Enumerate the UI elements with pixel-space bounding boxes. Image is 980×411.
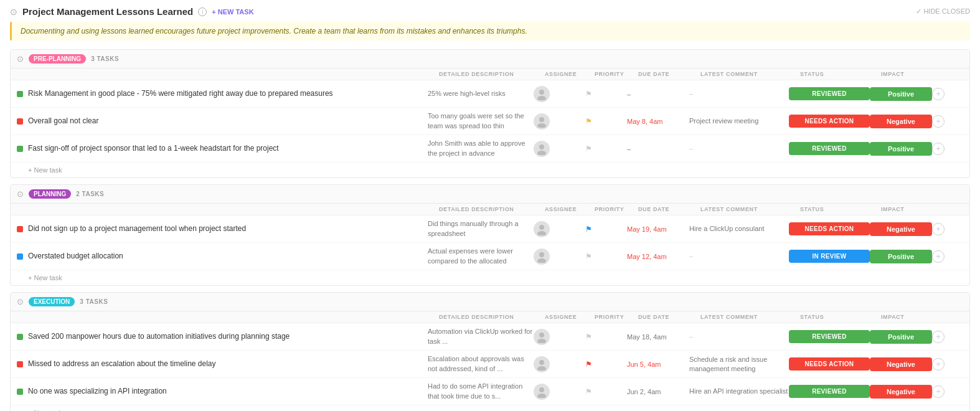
new-task-link[interactable]: + New task [11,270,969,285]
priority-flag: ⚑ [583,332,593,342]
task-name: Risk Management in good place - 75% were… [28,89,333,99]
task-name: Saved 200 manpower hours due to automati… [28,332,290,342]
impact-button[interactable]: Positive [870,142,932,156]
impact-button[interactable]: Positive [870,330,932,344]
task-dot [17,146,23,152]
new-task-link[interactable]: + New task [11,163,969,177]
col-latest-comment: LATEST COMMENT [700,314,800,320]
add-cell: + [932,88,951,100]
impact-button[interactable]: Positive [870,87,932,101]
col-assignee: ASSIGNEE [545,314,595,320]
status-button[interactable]: NEEDS ACTION [789,115,870,128]
add-button[interactable]: + [932,115,945,128]
status-button[interactable]: NEEDS ACTION [789,222,870,235]
task-name-cell: Missed to address an escalation about th… [17,356,428,373]
add-button[interactable]: + [932,223,945,235]
task-dot [17,226,23,232]
col-status: STATUS [800,206,881,212]
section-collapse-preplanning[interactable]: ⊙ [17,54,24,64]
task-dot [17,253,23,260]
add-button[interactable]: + [932,358,945,371]
page-title: Project Management Lessons Learned [22,6,193,17]
latest-comment: – [689,144,789,153]
impact-button[interactable]: Negative [870,222,932,236]
status-button[interactable]: REVIEWED [789,385,870,398]
status-cell: IN REVIEW [789,250,870,263]
col-priority: PRIORITY [595,71,638,77]
latest-comment: – [689,252,789,260]
section-collapse-execution[interactable]: ⊙ [17,297,24,306]
col-headers-preplanning: DETAILED DESCRIPTION ASSIGNEE PRIORITY D… [11,68,969,80]
latest-comment: Schedule a risk and issue management mee… [689,355,789,373]
impact-button[interactable]: Positive [870,250,932,263]
col-add [943,71,962,77]
due-date: – [627,145,689,153]
due-date: May 19, 4am [627,225,689,233]
task-name-cell: Saved 200 manpower hours due to automati… [17,328,428,346]
collapse-icon[interactable]: ⊙ [10,7,17,17]
table-row: Missed to address an escalation about th… [11,351,969,378]
assignee-cell [534,113,583,130]
latest-comment: Project review meeting [689,116,789,125]
due-date: Jun 2, 4am [627,388,689,395]
assignee-cell [534,329,583,345]
status-button[interactable]: NEEDS ACTION [789,357,870,371]
task-description: Did things manually through a spreadshee… [428,219,534,239]
header-left: ⊙ Project Management Lessons Learned i +… [10,6,254,17]
col-due-date: DUE DATE [638,71,700,77]
task-dot [17,389,23,395]
status-button[interactable]: REVIEWED [789,142,870,155]
impact-cell: Positive [870,142,932,156]
section-collapse-planning[interactable]: ⊙ [17,189,24,199]
info-icon[interactable]: i [198,7,207,16]
hide-closed-button[interactable]: ✓ HIDE CLOSED [916,7,970,16]
add-button[interactable]: + [932,88,945,100]
page-header: ⊙ Project Management Lessons Learned i +… [10,6,970,17]
new-task-link[interactable]: + New task [11,405,969,411]
add-button[interactable]: + [932,385,945,398]
table-row: Fast sign-off of project sponsor that le… [11,135,969,163]
section-header-planning: ⊙ PLANNING 2 TASKS [11,185,969,204]
status-cell: NEEDS ACTION [789,115,870,128]
col-task [28,71,439,77]
task-dot [17,91,23,97]
impact-cell: Positive [870,250,932,263]
svg-point-14 [539,387,544,392]
impact-cell: Negative [870,115,932,128]
priority-flag: ⚑ [583,89,593,99]
section-tasks-count-preplanning: 3 TASKS [91,55,119,62]
add-button[interactable]: + [932,143,945,155]
col-status: STATUS [800,314,881,320]
col-assignee: ASSIGNEE [545,206,595,212]
svg-point-6 [539,225,544,230]
task-name-cell: Overall goal not clear [17,113,428,130]
svg-point-15 [537,394,546,398]
impact-cell: Negative [870,357,932,371]
add-cell: + [932,358,951,371]
status-button[interactable]: IN REVIEW [789,250,870,263]
add-button[interactable]: + [932,331,945,343]
add-button[interactable]: + [932,250,945,263]
status-button[interactable]: REVIEWED [789,87,870,100]
priority-flag: ⚑ [583,224,593,234]
impact-button[interactable]: Negative [870,115,932,128]
task-name: No one was specializing in API integrati… [28,387,167,397]
status-cell: REVIEWED [789,142,870,155]
latest-comment: Hire a ClickUp consulant [689,224,789,233]
status-button[interactable]: REVIEWED [789,330,870,343]
new-task-button[interactable]: + NEW TASK [212,8,253,16]
col-assignee: ASSIGNEE [545,71,595,77]
impact-button[interactable]: Negative [870,385,932,399]
add-cell: + [932,143,951,155]
table-row: Overstated budget allocation Actual expe… [11,243,969,270]
due-date: Jun 5, 4am [627,361,689,368]
add-cell: + [932,385,951,398]
avatar [534,329,550,345]
impact-button[interactable]: Negative [870,357,932,371]
task-description: 25% were high-level risks [428,89,534,98]
assignee-cell [534,248,583,265]
status-cell: NEEDS ACTION [789,357,870,371]
col-description: DETAILED DESCRIPTION [439,314,545,320]
table-row: No one was specializing in API integrati… [11,378,969,405]
col-headers-execution: DETAILED DESCRIPTION ASSIGNEE PRIORITY D… [11,311,969,323]
